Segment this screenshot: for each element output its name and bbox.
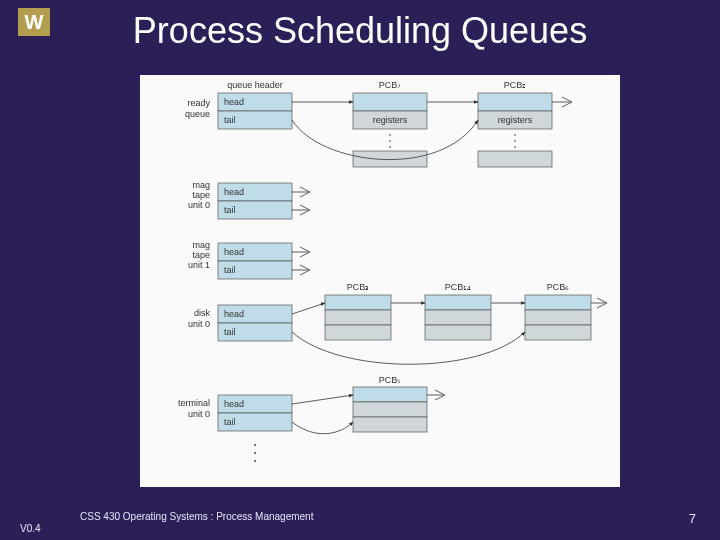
- footer-page-number: 7: [689, 511, 696, 526]
- mag1-tail: tail: [224, 265, 236, 275]
- footer-version: V0.4: [20, 523, 41, 534]
- svg-point-12: [514, 146, 516, 148]
- q-label-term-2: unit 0: [188, 409, 210, 419]
- svg-rect-26: [525, 295, 591, 310]
- svg-point-5: [389, 140, 391, 142]
- disk-tail: tail: [224, 327, 236, 337]
- q-label-ready-2: queue: [185, 109, 210, 119]
- col-header-pcb7: PCB₇: [379, 80, 402, 90]
- disk-head: head: [224, 309, 244, 319]
- footer-course: CSS 430 Operating Systems : Process Mana…: [80, 511, 313, 522]
- mag0-head: head: [224, 187, 244, 197]
- svg-point-10: [514, 134, 516, 136]
- q-label-mag0-3: unit 0: [188, 200, 210, 210]
- svg-rect-23: [425, 295, 491, 310]
- queue-diagram: queue header PCB₇ PCB₂ ready queue head …: [140, 75, 620, 487]
- svg-rect-32: [353, 402, 427, 417]
- lbl-pcb3: PCB₃: [347, 282, 370, 292]
- svg-rect-13: [478, 151, 552, 167]
- lbl-pcb5: PCB₅: [379, 375, 402, 385]
- pcb7-registers: registers: [373, 115, 408, 125]
- q-label-mag1-2: tape: [192, 250, 210, 260]
- svg-rect-27: [525, 310, 591, 325]
- svg-rect-21: [325, 310, 391, 325]
- svg-rect-7: [353, 151, 427, 167]
- svg-rect-20: [325, 295, 391, 310]
- q-label-ready-1: ready: [187, 98, 210, 108]
- q-label-disk-1: disk: [194, 308, 211, 318]
- lbl-pcb6: PCB₆: [547, 282, 570, 292]
- svg-point-34: [254, 444, 256, 446]
- svg-point-35: [254, 452, 256, 454]
- svg-rect-28: [525, 325, 591, 340]
- lbl-pcb14: PCB₁₄: [445, 282, 472, 292]
- q-label-disk-2: unit 0: [188, 319, 210, 329]
- q-label-mag1-3: unit 1: [188, 260, 210, 270]
- ready-head: head: [224, 97, 244, 107]
- mag1-head: head: [224, 247, 244, 257]
- col-header-pcb2: PCB₂: [504, 80, 527, 90]
- svg-rect-33: [353, 417, 427, 432]
- svg-rect-22: [325, 325, 391, 340]
- pcb2-registers: registers: [498, 115, 533, 125]
- svg-rect-2: [353, 93, 427, 111]
- svg-rect-8: [478, 93, 552, 111]
- term-head: head: [224, 399, 244, 409]
- svg-point-11: [514, 140, 516, 142]
- slide-title: Process Scheduling Queues: [0, 10, 720, 52]
- mag0-tail: tail: [224, 205, 236, 215]
- col-header-queue: queue header: [227, 80, 283, 90]
- q-label-mag1-1: mag: [192, 240, 210, 250]
- q-label-mag0-2: tape: [192, 190, 210, 200]
- svg-point-36: [254, 460, 256, 462]
- svg-rect-24: [425, 310, 491, 325]
- ready-tail: tail: [224, 115, 236, 125]
- term-tail: tail: [224, 417, 236, 427]
- svg-rect-31: [353, 387, 427, 402]
- svg-point-4: [389, 134, 391, 136]
- q-label-term-1: terminal: [178, 398, 210, 408]
- svg-rect-25: [425, 325, 491, 340]
- q-label-mag0-1: mag: [192, 180, 210, 190]
- svg-point-6: [389, 146, 391, 148]
